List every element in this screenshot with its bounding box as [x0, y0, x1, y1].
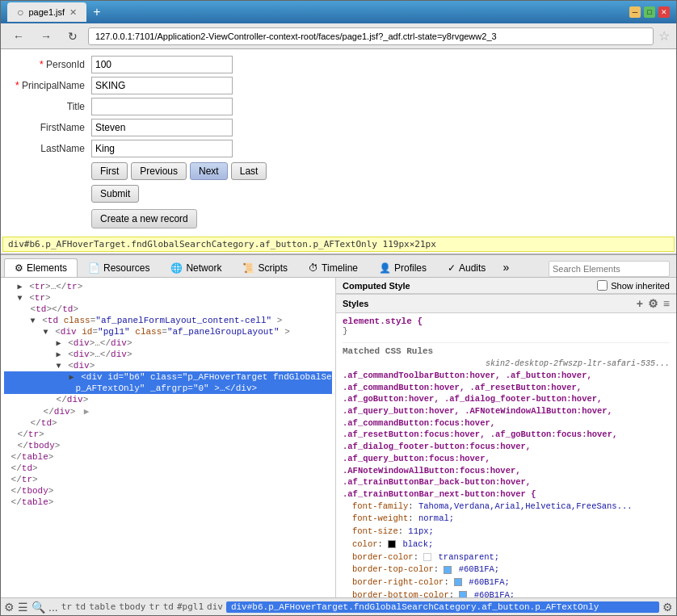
tab-network-label: Network [186, 262, 221, 274]
title-bar: ○ page1.jsf ✕ + ─ □ ✕ [1, 1, 676, 23]
devtools-search-input[interactable] [549, 261, 670, 277]
devtools-more-button[interactable]: » [496, 258, 515, 277]
collapse-icon[interactable]: ▼ [18, 294, 23, 303]
collapse-icon[interactable]: ▶ [57, 350, 61, 359]
show-inherited-toggle[interactable]: Show inherited [597, 280, 670, 291]
maximize-button[interactable]: □ [644, 6, 655, 18]
breadcrumb-table[interactable]: table [89, 601, 116, 612]
tab-profiles[interactable]: 👤 Profiles [368, 258, 437, 277]
form-area: PersonId PrincipalName Title FirstName L… [1, 49, 676, 235]
tree-row[interactable]: </tr> [4, 429, 332, 440]
devtools-dots-icon[interactable]: ... [48, 601, 58, 614]
tree-row[interactable]: </table> [4, 451, 332, 463]
tree-row[interactable]: ▼ <td class="af_panelFormLayout_content-… [4, 315, 332, 326]
devtools-search-icon[interactable]: 🔍 [32, 601, 45, 614]
tree-row[interactable]: ▼ <tr> [4, 292, 332, 304]
css-rules-content[interactable]: element.style { } Matched CSS Rules skin… [336, 313, 676, 597]
tree-row[interactable]: </tbody> [4, 485, 332, 497]
collapse-icon[interactable]: ▶ [18, 283, 23, 291]
next-button[interactable]: Next [190, 162, 228, 180]
person-id-input[interactable] [91, 56, 233, 73]
css-prop-row: border-top-color: #60B1FA; [352, 564, 670, 576]
hover-status-text: div#b6.p_AFHoverTarget.fndGlobalSearchCa… [8, 239, 436, 249]
tab-network[interactable]: 🌐 Network [160, 258, 232, 277]
first-name-input[interactable] [91, 119, 233, 136]
tab-close-icon[interactable]: ✕ [69, 7, 77, 18]
collapse-icon[interactable]: ▼ [44, 328, 48, 337]
tab-elements-label: Elements [27, 262, 67, 274]
first-button[interactable]: First [91, 162, 128, 180]
devtools-gear-icon[interactable]: ⚙ [662, 601, 673, 614]
submit-button[interactable]: Submit [91, 185, 139, 203]
bookmark-star-icon[interactable]: ☆ [658, 28, 670, 44]
tab-elements[interactable]: ⚙ Elements [4, 258, 78, 277]
color-swatch [459, 591, 467, 597]
collapse-icon[interactable]: ▼ [57, 362, 61, 371]
tree-row[interactable]: </div> ▶ [4, 405, 332, 417]
selected-tree-row-cont[interactable]: p_AFTextOnly" _afrgrp="0" >…</div> [4, 383, 332, 394]
browser-tab[interactable]: ○ page1.jsf ✕ [7, 2, 86, 22]
new-tab-button[interactable]: + [93, 5, 100, 19]
style-settings-icon[interactable]: ⚙ [648, 297, 658, 310]
add-style-icon[interactable]: + [637, 297, 643, 310]
selected-tree-row[interactable]: ▶ <div id="b6" class="p_AFHoverTarget fn… [4, 371, 332, 383]
tab-audits[interactable]: ✓ Audits [437, 258, 496, 277]
breadcrumb-td2[interactable]: td [163, 601, 174, 612]
css-prop-row: color: black; [352, 538, 670, 551]
styles-actions: + ⚙ ≡ [637, 297, 670, 310]
show-inherited-checkbox[interactable] [597, 280, 608, 291]
tree-row[interactable]: </tr> [4, 474, 332, 485]
color-swatch [444, 566, 452, 574]
devtools-list-icon[interactable]: ☰ [18, 601, 28, 614]
back-button[interactable]: ← [7, 27, 30, 45]
refresh-button[interactable]: ↻ [62, 27, 83, 45]
tree-row[interactable]: ▼ <div> [4, 360, 332, 371]
tab-scripts[interactable]: 📜 Scripts [232, 258, 298, 277]
first-name-row: FirstName [11, 119, 666, 136]
browser-window: ○ page1.jsf ✕ + ─ □ ✕ ← → ↻ ☆ PersonId P [0, 0, 677, 616]
last-button[interactable]: Last [231, 162, 267, 180]
tree-row[interactable]: ▶ <div>…</div> [4, 337, 332, 349]
elements-tree[interactable]: ▶ <tr>…</tr> ▼ <tr> <td></td> [1, 278, 335, 597]
tree-row[interactable]: </td> [4, 463, 332, 474]
previous-button[interactable]: Previous [131, 162, 187, 180]
close-button[interactable]: ✕ [658, 6, 670, 18]
style-more-icon[interactable]: ≡ [663, 297, 670, 310]
breadcrumb-tbody[interactable]: tbody [119, 601, 145, 612]
collapse-icon[interactable]: ▶ [57, 339, 61, 348]
title-label: Title [11, 101, 91, 112]
collapse-icon[interactable]: ▶ [69, 373, 74, 382]
breadcrumb-td[interactable]: td [75, 601, 86, 612]
collapse-icon[interactable]: ▼ [31, 316, 36, 325]
title-input[interactable] [91, 98, 233, 115]
profiles-icon: 👤 [379, 262, 391, 274]
timeline-icon: ⏱ [309, 262, 318, 274]
devtools-search-container [549, 261, 670, 277]
css-prop-row: border-right-color: #60B1FA; [352, 576, 670, 589]
forward-button[interactable]: → [35, 27, 57, 45]
devtools-bottom-bar: ⚙ ☰ 🔍 ... tr td table tbody tr td #pgl1 … [1, 597, 676, 615]
css-prop-row: border-bottom-color: #60B1FA; [352, 589, 670, 597]
tree-row[interactable]: </tbody> [4, 440, 332, 451]
tree-row[interactable]: ▶ <div>…</div> [4, 349, 332, 360]
breadcrumb-div[interactable]: div [207, 601, 223, 612]
minimize-button[interactable]: ─ [629, 6, 641, 18]
tab-timeline[interactable]: ⏱ Timeline [298, 258, 368, 277]
address-bar[interactable] [88, 27, 654, 45]
tree-row[interactable]: </td> [4, 417, 332, 429]
create-record-button[interactable]: Create a new record [91, 209, 197, 228]
tree-row[interactable]: <td></td> [4, 304, 332, 315]
breadcrumb-pgl1[interactable]: #pgl1 [177, 601, 204, 612]
devtools-settings-icon[interactable]: ⚙ [4, 601, 15, 614]
tree-row[interactable]: ▼ <div id="pgl1" class="af_panelGroupLay… [4, 326, 332, 337]
breadcrumb-tr[interactable]: tr [61, 601, 72, 612]
tree-row[interactable]: </div> [4, 394, 332, 405]
tab-resources[interactable]: 📄 Resources [78, 258, 160, 277]
breadcrumb-tr2[interactable]: tr [149, 601, 159, 612]
tree-row[interactable]: </table> [4, 497, 332, 508]
navigation-bar: ← → ↻ ☆ [1, 23, 676, 49]
tree-row[interactable]: ▶ <tr>…</tr> [4, 281, 332, 292]
last-name-input[interactable] [91, 140, 233, 157]
last-name-label: LastName [11, 143, 91, 154]
principal-name-input[interactable] [91, 77, 233, 94]
